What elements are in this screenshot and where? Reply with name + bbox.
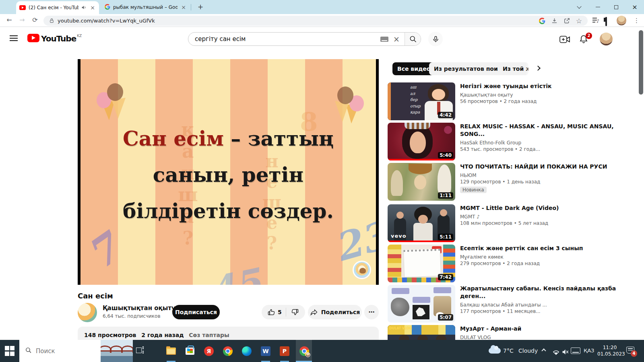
new-tab-button[interactable]: + (196, 2, 205, 12)
scrollbar-thumb[interactable] (639, 30, 643, 95)
video-tag[interactable]: Сөз таптары (189, 332, 229, 338)
browser-profile-avatar[interactable] (617, 16, 626, 25)
volume-muted-icon[interactable] (560, 347, 571, 357)
related-video[interactable]: аш ал бер отыр қара 4:42 Негізгі және ту… (388, 82, 638, 121)
video-thumbnail[interactable]: 5:40 (388, 123, 455, 160)
bookmark-star-icon[interactable]: ☆ (576, 17, 582, 25)
tab-audio-icon[interactable] (81, 4, 87, 12)
address-bar[interactable]: youtube.com/watch?v=LwYqk_uGfVk ☆ (43, 16, 588, 26)
reload-icon[interactable]: ⟳ (31, 16, 39, 24)
related-video[interactable]: DULAT VLOG МузАрт - Арман-ай DULAT VLOG (388, 325, 638, 340)
keyboard-icon[interactable] (380, 37, 388, 42)
related-channel[interactable]: Қашықтықтан оқыту (460, 92, 636, 98)
side-panel-icon[interactable] (605, 18, 607, 25)
clear-search-icon[interactable]: × (393, 35, 400, 43)
search-button[interactable] (405, 32, 421, 46)
tab-google-search[interactable]: рыбак мультяшный – Google По × (102, 2, 189, 12)
video-thumbnail[interactable]: DULAT VLOG (388, 325, 455, 340)
channel-avatar[interactable] (78, 303, 97, 322)
related-video[interactable]: 1:11 ЧТО ПОЧИТАТЬ: НАЙДИ И ПОКАЖИ НА РУС… (388, 163, 638, 202)
google-g-icon[interactable] (539, 18, 545, 24)
tab-search-icon[interactable] (570, 0, 588, 14)
hamburger-menu-icon[interactable] (10, 35, 18, 41)
related-title[interactable]: MGMT - Little Dark Age (Video) (460, 204, 636, 212)
like-icon[interactable] (267, 308, 275, 316)
language-indicator[interactable]: ҚАЗ (584, 348, 594, 354)
task-view-icon[interactable] (136, 346, 146, 355)
chips-next-icon[interactable] (535, 66, 541, 71)
youtube-account-avatar[interactable] (600, 33, 613, 45)
related-title[interactable]: Негізгі және туынды етістік (460, 82, 636, 90)
video-thumbnail[interactable]: аш ал бер отыр қара 4:42 (388, 82, 455, 120)
video-thumbnail[interactable]: 1:11 (388, 163, 455, 201)
related-channel[interactable]: Балқаш қаласы Абай атындағы ... (460, 302, 636, 308)
minimize-button[interactable] (588, 0, 607, 14)
related-video[interactable]: 7:42 Есептік және реттік сан есім 3 сыны… (388, 245, 638, 283)
youtube-logo[interactable]: YouTube KZ (27, 34, 82, 43)
more-actions-button[interactable]: ⋯ (364, 305, 379, 319)
related-video[interactable]: 5:40 RELAX MUSIC - HASSAK - ANSAU, MUSIC… (388, 123, 638, 161)
microsoft-store-icon[interactable] (185, 346, 195, 356)
search-input[interactable] (195, 35, 380, 43)
share-page-icon[interactable] (564, 17, 570, 24)
url-text[interactable]: youtube.com/watch?v=LwYqk_uGfVk (58, 18, 539, 24)
video-player[interactable]: қанша? неше? 8 7 23 45 Сан есім – заттың… (78, 59, 379, 285)
touch-keyboard-icon[interactable] (571, 348, 580, 354)
voice-search-button[interactable] (428, 32, 443, 46)
share-button[interactable]: Поделиться (308, 305, 362, 319)
youtube-search-bar[interactable]: × (188, 32, 421, 46)
yandex-browser-icon[interactable]: Я (204, 346, 214, 356)
channel-watermark[interactable] (353, 261, 371, 279)
wifi-icon[interactable] (551, 347, 561, 357)
notifications-bell-icon[interactable]: 2 (579, 34, 590, 45)
related-channel[interactable]: Мұғалімге көмек (460, 254, 636, 260)
start-button[interactable] (5, 346, 15, 356)
chip-from-same[interactable]: Из той ж (498, 62, 528, 75)
channel-name[interactable]: Қашықтықтан оқыту (103, 304, 175, 312)
weather-condition[interactable]: Cloudy (518, 348, 538, 354)
related-title[interactable]: RELAX MUSIC - HASSAK - ANSAU, MUSIC ANSA… (460, 123, 636, 138)
close-button[interactable]: × (625, 0, 644, 14)
tab-close-icon[interactable]: × (89, 4, 96, 11)
create-video-icon[interactable] (559, 35, 570, 45)
subscribe-button[interactable]: Подписаться (172, 305, 220, 319)
word-icon[interactable]: W (260, 346, 271, 356)
maximize-button[interactable] (607, 0, 625, 14)
powerpoint-icon[interactable]: P (279, 346, 290, 356)
tray-overflow-icon[interactable] (541, 348, 546, 353)
tab-youtube[interactable]: (2) Сан есім - YouTube × (16, 1, 99, 14)
related-title[interactable]: Жаратылыстану сабағы. Кенсіз пайдалы қаз… (460, 285, 636, 300)
taskbar-search-box[interactable] (19, 340, 133, 362)
video-thumbnail[interactable]: vevo 5:11 (388, 204, 455, 242)
related-title[interactable]: ЧТО ПОЧИТАТЬ: НАЙДИ И ПОКАЖИ НА РУСИ (460, 163, 636, 171)
forward-icon[interactable]: → (18, 16, 27, 24)
clock[interactable]: 11:20 01.05.2023 (597, 344, 622, 357)
description-box[interactable]: 148 просмотров 2 года назад Сөз таптары (78, 327, 379, 340)
active-chrome-window[interactable] (296, 340, 312, 362)
lock-icon[interactable] (49, 18, 54, 23)
related-channel[interactable]: НЬЮМ (460, 173, 636, 178)
related-title[interactable]: Есептік және реттік сан есім 3 сынып (460, 245, 636, 252)
related-title[interactable]: МузАрт - Арман-ай (460, 325, 636, 333)
related-video[interactable]: vevo 5:11 MGMT - Little Dark Age (Video)… (388, 204, 638, 243)
video-thumbnail[interactable]: 5:07 (388, 285, 455, 323)
tab-close-icon[interactable]: × (180, 4, 187, 10)
related-channel[interactable]: DULAT VLOG (460, 335, 636, 340)
chrome-icon[interactable] (223, 346, 233, 356)
video-thumbnail[interactable]: 7:42 (388, 245, 455, 282)
file-explorer-icon[interactable] (166, 346, 176, 356)
browser-menu-icon[interactable]: ⋮ (634, 17, 640, 24)
related-video[interactable]: 5:07 Жаратылыстану сабағы. Кенсіз пайдал… (388, 285, 638, 323)
search-highlight-image[interactable] (101, 340, 133, 362)
weather-temperature[interactable]: 7°C (503, 348, 514, 354)
taskbar-search-input[interactable] (36, 348, 88, 355)
back-icon[interactable]: ← (5, 16, 14, 24)
edge-icon[interactable] (242, 346, 252, 356)
related-channel[interactable]: MGMT ♪ (460, 214, 636, 220)
weather-cloud-icon[interactable] (489, 348, 501, 354)
related-channel[interactable]: HasSak Ethno-Folk Group (460, 140, 636, 146)
windows-taskbar: Я W P 7°C Cloudy ҚАЗ 11:20 01.05.2023 4 (0, 340, 644, 362)
dislike-icon[interactable] (291, 308, 299, 316)
page-scrollbar[interactable] (638, 27, 644, 340)
save-page-icon[interactable] (551, 17, 558, 24)
